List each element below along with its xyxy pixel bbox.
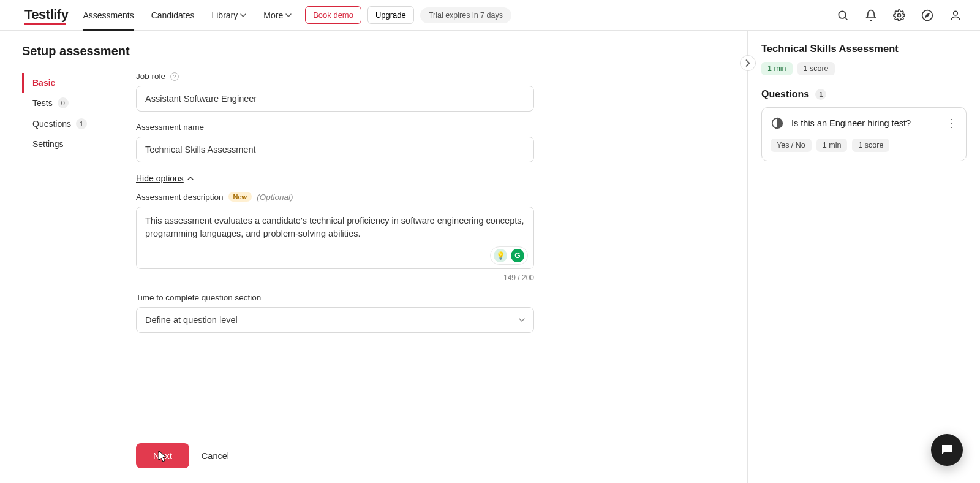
next-button-label: Next	[153, 451, 172, 461]
time-to-complete-label: Time to complete question section	[136, 293, 261, 302]
bell-icon[interactable]	[861, 6, 881, 25]
upgrade-button[interactable]: Upgrade	[368, 6, 414, 24]
svg-marker-4	[925, 13, 930, 17]
chevron-down-icon	[240, 12, 246, 18]
question-type-chip: Yes / No	[771, 139, 812, 152]
nav-library-label: Library	[211, 10, 238, 20]
grammarly-widget[interactable]: 💡 G	[490, 246, 528, 265]
assessment-description-textarea[interactable]	[136, 207, 534, 269]
step-nav: Basic Tests0 Questions1 Settings	[22, 73, 120, 468]
svg-point-0	[839, 11, 846, 18]
question-title: Is this an Engineer hiring test?	[791, 118, 938, 128]
question-score-chip: 1 score	[852, 139, 889, 152]
questions-heading: Questions 1	[761, 89, 967, 100]
suggestion-bulb-icon: 💡	[494, 249, 507, 262]
question-menu-button[interactable]: ⋮	[945, 118, 957, 129]
question-card[interactable]: Is this an Engineer hiring test? ⋮ Yes /…	[761, 107, 967, 161]
form-footer: Next Cancel	[136, 419, 534, 468]
step-tests[interactable]: Tests0	[22, 93, 120, 113]
nav-more-label: More	[263, 10, 283, 20]
grammarly-icon: G	[511, 249, 524, 262]
questions-heading-count: 1	[815, 89, 826, 100]
collapse-panel-button[interactable]	[740, 55, 756, 71]
job-role-label: Job role	[136, 72, 165, 81]
time-to-complete-field: Time to complete question section Define…	[136, 293, 534, 333]
assessment-description-label: Assessment description	[136, 192, 224, 202]
search-icon[interactable]	[833, 6, 853, 25]
assessment-description-field: Assessment description New (Optional) 💡 …	[136, 192, 534, 282]
nav-assessments[interactable]: Assessments	[83, 0, 134, 30]
main-column: Setup assessment Basic Tests0 Questions1…	[0, 31, 747, 483]
chevron-down-icon	[285, 12, 292, 18]
nav-links: Assessments Candidates Library More	[83, 0, 292, 30]
time-to-complete-value: Define at question level	[145, 315, 238, 325]
book-demo-button[interactable]: Book demo	[305, 6, 361, 24]
chevron-down-icon	[519, 317, 525, 323]
compass-icon[interactable]	[918, 6, 937, 25]
job-role-field: Job role ?	[136, 72, 534, 112]
page-wrap: Setup assessment Basic Tests0 Questions1…	[0, 31, 980, 483]
assessment-name-field: Assessment name	[136, 123, 534, 162]
step-questions-label: Questions	[32, 119, 71, 129]
help-icon[interactable]: ?	[170, 72, 179, 81]
step-basic[interactable]: Basic	[22, 73, 120, 93]
brand-logo[interactable]: Testlify	[24, 7, 68, 24]
svg-point-5	[954, 11, 958, 15]
assessment-name-label: Assessment name	[136, 123, 204, 132]
step-basic-label: Basic	[32, 78, 55, 88]
hide-options-toggle[interactable]: Hide options	[136, 173, 534, 183]
summary-score-chip: 1 score	[797, 62, 835, 75]
step-settings-label: Settings	[32, 139, 64, 149]
chat-fab-button[interactable]	[931, 434, 963, 466]
nav-library[interactable]: Library	[211, 0, 246, 30]
svg-line-1	[845, 17, 848, 20]
nav-candidates[interactable]: Candidates	[151, 0, 195, 30]
user-icon[interactable]	[946, 6, 965, 25]
assessment-name-input[interactable]	[136, 137, 534, 162]
page-title: Setup assessment	[22, 44, 717, 58]
step-settings[interactable]: Settings	[22, 134, 120, 154]
summary-panel: Technical Skills Assessment 1 min 1 scor…	[747, 31, 980, 483]
tests-count-badge: 0	[58, 97, 69, 108]
questions-count-badge: 1	[76, 118, 87, 129]
question-time-chip: 1 min	[816, 139, 848, 152]
question-chips: Yes / No 1 min 1 score	[771, 139, 957, 152]
chevron-up-icon	[187, 175, 194, 181]
trial-status-pill: Trial expires in 7 days	[420, 7, 511, 23]
question-type-icon	[771, 116, 784, 130]
summary-time-chip: 1 min	[761, 62, 793, 75]
step-tests-label: Tests	[32, 98, 53, 108]
hide-options-label: Hide options	[136, 173, 184, 183]
new-badge: New	[228, 192, 252, 202]
gear-icon[interactable]	[889, 6, 909, 25]
nav-candidates-label: Candidates	[151, 10, 195, 20]
svg-point-3	[922, 10, 933, 20]
questions-heading-label: Questions	[761, 89, 809, 100]
next-button[interactable]: Next	[136, 443, 189, 468]
nav-assessments-label: Assessments	[83, 10, 134, 20]
form-column: Job role ? Assessment name Hide options …	[136, 72, 534, 468]
summary-title: Technical Skills Assessment	[761, 43, 967, 55]
summary-chips: 1 min 1 score	[761, 62, 967, 75]
optional-label: (Optional)	[257, 192, 293, 202]
step-questions[interactable]: Questions1	[22, 113, 120, 134]
top-nav: Testlify Assessments Candidates Library …	[0, 0, 980, 31]
svg-point-2	[898, 13, 901, 17]
time-to-complete-select[interactable]: Define at question level	[136, 307, 534, 333]
char-counter: 149 / 200	[136, 273, 534, 282]
nav-more[interactable]: More	[263, 0, 292, 30]
job-role-input[interactable]	[136, 86, 534, 112]
cancel-link[interactable]: Cancel	[202, 451, 229, 461]
header-icon-row	[833, 6, 965, 25]
content-columns: Basic Tests0 Questions1 Settings Job rol…	[22, 72, 717, 468]
